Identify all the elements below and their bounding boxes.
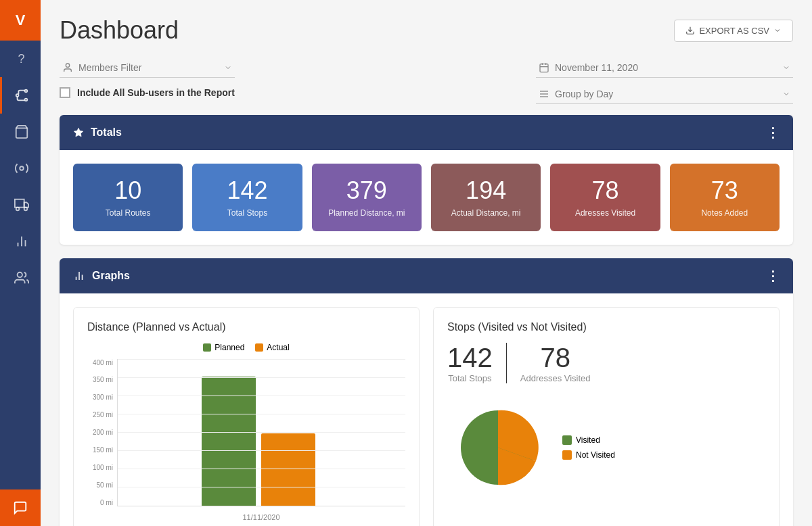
bar-chart-icon — [73, 270, 85, 282]
totals-title: Totals — [91, 126, 122, 139]
chevron-down-icon — [773, 26, 782, 34]
visited-legend-item: Visited — [562, 435, 615, 445]
pie-legend: Visited Not Visited — [562, 435, 615, 460]
stops-divider — [506, 343, 507, 383]
totals-panel-body: 10 Total Routes 142 Total Stops 379 Plan… — [60, 150, 793, 245]
addresses-visited-num: 78 — [520, 343, 591, 373]
group-by-dropdown[interactable]: Group by Day — [536, 85, 793, 104]
date-filter-dropdown[interactable]: November 11, 2020 — [536, 58, 793, 78]
planned-bar — [202, 377, 256, 506]
totals-panel-header: Totals ⋮ — [60, 115, 793, 150]
svg-rect-14 — [540, 64, 548, 72]
date-dropdown-arrow-icon — [782, 64, 790, 72]
graphs-panel: Graphs ⋮ Distance (Planned vs Actual) Pl… — [60, 258, 793, 526]
graphs-panel-header: Graphs ⋮ — [60, 258, 793, 293]
export-csv-button[interactable]: EXPORT AS CSV — [674, 20, 793, 42]
team-icon — [14, 270, 29, 285]
group-dropdown-arrow-icon — [782, 90, 790, 98]
total-routes-value: 10 — [80, 177, 176, 204]
routes-icon — [14, 88, 29, 103]
total-stops-value: 142 — [199, 177, 295, 204]
pie-chart — [447, 397, 549, 498]
filter-right: November 11, 2020 Group by Day — [536, 58, 793, 104]
svg-point-11 — [17, 272, 22, 277]
svg-marker-21 — [74, 128, 83, 137]
calendar-icon — [539, 62, 549, 73]
notes-added-card: 73 Notes Added — [670, 164, 780, 231]
graphs-panel-body: Distance (Planned vs Actual) Planned Act… — [60, 293, 793, 526]
page-header: Dashboard EXPORT AS CSV — [60, 16, 793, 45]
distance-chart-legend: Planned Actual — [87, 343, 405, 352]
sidebar-item-fleet[interactable] — [0, 187, 41, 223]
planned-distance-value: 379 — [319, 177, 415, 204]
addresses-visited-card: 78 Adresses Visited — [550, 164, 660, 231]
svg-point-13 — [66, 64, 69, 67]
notes-added-label: Notes Added — [677, 208, 773, 218]
dispatch-icon — [14, 161, 29, 176]
graphs-grid: Distance (Planned vs Actual) Planned Act… — [73, 307, 780, 526]
totals-menu-button[interactable]: ⋮ — [766, 124, 780, 141]
filter-left: Members Filter Include All Sub-users in … — [60, 58, 235, 98]
planned-legend-dot — [203, 343, 211, 352]
totals-grid: 10 Total Routes 142 Total Stops 379 Plan… — [73, 164, 780, 231]
actual-distance-label: Actual Distance, mi — [438, 208, 534, 218]
totals-panel: Totals ⋮ 10 Total Routes 142 Total Stops… — [60, 115, 793, 245]
total-stops-card: 142 Total Stops — [192, 164, 302, 231]
total-stops-num: 142 — [447, 343, 493, 373]
sidebar-item-analytics[interactable] — [0, 223, 41, 260]
page-title: Dashboard — [60, 16, 179, 45]
checkbox-box — [60, 87, 70, 98]
addresses-visited-stat: 78 Addresses Visited — [520, 343, 591, 383]
svg-point-1 — [24, 90, 27, 93]
sidebar-item-dispatch[interactable] — [0, 150, 41, 187]
help-icon: ? — [18, 52, 24, 66]
addresses-visited-label: Adresses Visited — [557, 208, 653, 218]
planned-distance-card: 379 Planned Distance, mi — [312, 164, 422, 231]
sidebar-item-help[interactable]: ? — [0, 41, 41, 77]
addresses-visited-value: 78 — [557, 177, 653, 204]
svg-point-6 — [16, 208, 19, 211]
download-icon — [685, 26, 695, 35]
not-visited-legend-item: Not Visited — [562, 450, 615, 460]
svg-point-0 — [16, 94, 18, 97]
planned-distance-label: Planned Distance, mi — [319, 208, 415, 218]
pie-section: Visited Not Visited — [447, 397, 765, 498]
chat-icon — [13, 500, 28, 515]
legend-planned: Planned — [203, 343, 244, 352]
app-logo[interactable]: V — [0, 0, 41, 41]
stops-stats: 142 Total Stops 78 Addresses Visited — [447, 343, 765, 383]
actual-bar — [261, 433, 315, 505]
graphs-title: Graphs — [92, 270, 130, 282]
y-axis-labels: 400 mi 350 mi 300 mi 250 mi 200 mi 150 m… — [87, 359, 116, 506]
sidebar-item-team[interactable] — [0, 260, 41, 296]
svg-rect-5 — [14, 199, 24, 208]
dropdown-arrow-icon — [224, 64, 232, 72]
svg-point-4 — [20, 166, 24, 170]
cart-icon — [14, 124, 29, 139]
graphs-menu-button[interactable]: ⋮ — [766, 268, 780, 284]
include-subusers-checkbox[interactable]: Include All Sub-users in the Report — [60, 87, 235, 98]
filters-row: Members Filter Include All Sub-users in … — [60, 58, 793, 104]
svg-point-7 — [24, 208, 27, 211]
sidebar-item-orders[interactable] — [0, 114, 41, 150]
legend-actual: Actual — [255, 343, 289, 352]
distance-chart-title: Distance (Planned vs Actual) — [87, 321, 405, 333]
x-axis-label: 11/11/2020 — [117, 513, 405, 521]
svg-point-2 — [24, 99, 27, 101]
sidebar: V ? — [0, 0, 41, 526]
fleet-icon — [14, 197, 29, 212]
sidebar-item-routes[interactable] — [0, 77, 41, 114]
main-content: Dashboard EXPORT AS CSV Members Filter — [41, 0, 812, 526]
not-visited-dot — [562, 450, 572, 460]
chat-button[interactable] — [0, 489, 41, 526]
person-icon — [62, 62, 73, 73]
notes-added-value: 73 — [677, 177, 773, 204]
analytics-icon — [14, 234, 29, 249]
total-stops-stat: 142 Total Stops — [447, 343, 493, 383]
distance-chart-card: Distance (Planned vs Actual) Planned Act… — [73, 307, 420, 526]
actual-legend-dot — [255, 343, 263, 352]
group-icon — [539, 89, 549, 99]
members-filter-dropdown[interactable]: Members Filter — [60, 58, 235, 78]
stops-chart-title: Stops (Visited vs Not Visited) — [447, 321, 765, 333]
total-routes-card: 10 Total Routes — [73, 164, 183, 231]
